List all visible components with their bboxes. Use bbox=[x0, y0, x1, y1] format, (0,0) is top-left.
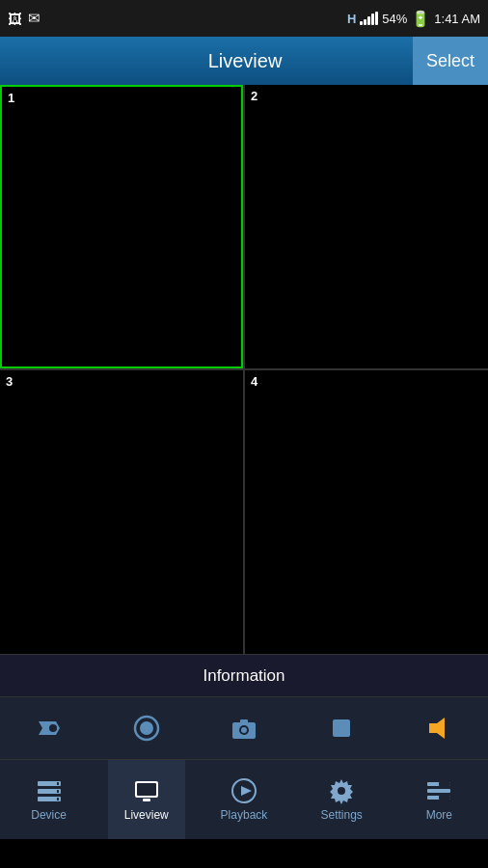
liveview-icon bbox=[133, 777, 160, 804]
stop-icon bbox=[327, 714, 356, 743]
signal-icon bbox=[360, 12, 378, 25]
nav-label-liveview: Liveview bbox=[124, 808, 169, 822]
h-icon: H bbox=[347, 12, 356, 26]
toolbar bbox=[0, 697, 488, 760]
svg-rect-8 bbox=[333, 719, 350, 737]
svg-rect-15 bbox=[57, 798, 59, 800]
svg-point-6 bbox=[241, 727, 247, 733]
svg-rect-18 bbox=[143, 799, 150, 801]
select-button[interactable]: Select bbox=[413, 37, 488, 85]
status-bar: 🖼 ✉ H 54% 🔋 1:41 AM bbox=[0, 0, 488, 37]
svg-rect-7 bbox=[240, 719, 248, 723]
battery-level: 54% bbox=[382, 12, 407, 26]
svg-rect-26 bbox=[439, 782, 450, 786]
camera-cell-3[interactable]: 3 bbox=[0, 370, 243, 654]
camera-num-2: 2 bbox=[251, 89, 258, 103]
camera-num-4: 4 bbox=[251, 374, 258, 389]
battery-icon: 🔋 bbox=[411, 10, 430, 28]
svg-rect-27 bbox=[439, 796, 450, 800]
nav-label-more: More bbox=[426, 808, 452, 822]
nav-item-more[interactable]: More bbox=[400, 760, 477, 839]
snapshot-button[interactable] bbox=[217, 701, 271, 755]
info-bar: Information bbox=[0, 654, 488, 697]
svg-point-1 bbox=[49, 724, 57, 732]
audio-button[interactable] bbox=[412, 701, 466, 755]
record-button[interactable] bbox=[120, 701, 174, 755]
stop-button[interactable] bbox=[314, 701, 368, 755]
settings-icon bbox=[328, 777, 355, 804]
svg-rect-17 bbox=[137, 783, 156, 796]
bottom-nav: Device Liveview Playback Settings bbox=[0, 760, 488, 839]
nav-label-playback: Playback bbox=[221, 808, 268, 822]
svg-marker-9 bbox=[429, 718, 445, 739]
clock: 1:41 AM bbox=[434, 12, 480, 26]
playback-icon bbox=[230, 777, 258, 804]
camera-cell-1[interactable]: 1 bbox=[0, 85, 243, 368]
camera-num-1: 1 bbox=[8, 91, 14, 105]
camera-grid: 1 2 3 4 bbox=[0, 85, 488, 654]
svg-rect-24 bbox=[427, 789, 450, 793]
nav-item-settings[interactable]: Settings bbox=[303, 760, 380, 839]
device-icon bbox=[36, 777, 63, 804]
nav-item-device[interactable]: Device bbox=[11, 760, 88, 839]
nav-label-settings: Settings bbox=[320, 808, 362, 822]
svg-point-22 bbox=[338, 787, 345, 795]
ptz-icon bbox=[35, 714, 64, 743]
nav-label-device: Device bbox=[31, 808, 67, 822]
snapshot-icon bbox=[230, 714, 258, 743]
record-icon bbox=[132, 714, 161, 743]
status-right: H 54% 🔋 1:41 AM bbox=[347, 10, 480, 28]
ptz-button[interactable] bbox=[22, 701, 76, 755]
svg-rect-13 bbox=[57, 782, 59, 785]
more-icon bbox=[425, 777, 452, 804]
camera-cell-2[interactable]: 2 bbox=[245, 85, 488, 368]
app-title: Liveview bbox=[77, 50, 413, 72]
image-icon: 🖼 bbox=[8, 11, 22, 27]
info-text: Information bbox=[203, 666, 285, 686]
status-left: 🖼 ✉ bbox=[8, 10, 41, 27]
svg-marker-20 bbox=[241, 786, 252, 796]
svg-point-3 bbox=[140, 721, 153, 735]
app-bar: Liveview Select bbox=[0, 37, 488, 85]
camera-num-3: 3 bbox=[6, 374, 13, 389]
svg-rect-14 bbox=[57, 790, 59, 793]
camera-cell-4[interactable]: 4 bbox=[245, 370, 488, 654]
email-icon: ✉ bbox=[28, 10, 41, 27]
nav-item-liveview[interactable]: Liveview bbox=[108, 760, 185, 839]
audio-icon bbox=[424, 714, 453, 743]
nav-item-playback[interactable]: Playback bbox=[205, 760, 283, 839]
